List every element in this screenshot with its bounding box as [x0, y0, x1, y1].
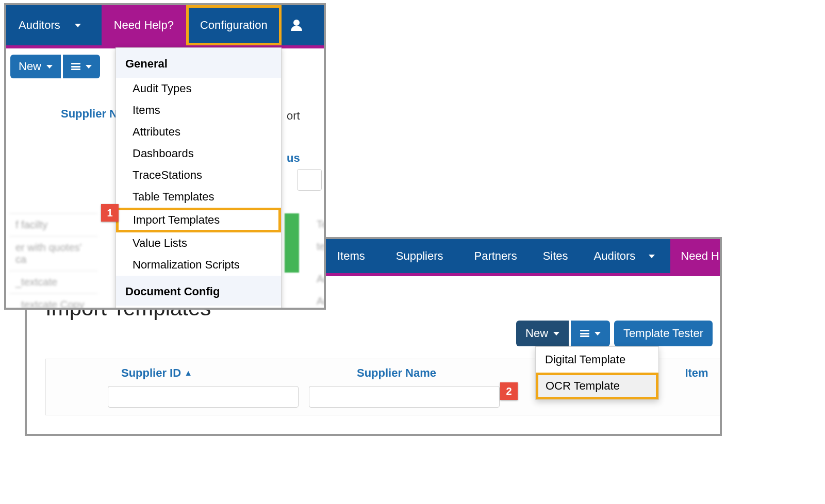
nav-suppliers[interactable]: Suppliers	[381, 239, 459, 273]
nav-auditors[interactable]: Auditors	[6, 5, 102, 45]
column-supplier-id-label: Supplier ID	[121, 366, 181, 379]
dropdown-section-general: General	[116, 48, 281, 78]
status-green-cells	[285, 213, 299, 273]
dd-ocr-template[interactable]: OCR Template	[536, 373, 658, 399]
nav-need-help-label: Need H	[681, 249, 719, 263]
nav-auditors[interactable]: Auditors	[579, 239, 671, 273]
nav-need-help[interactable]: Need H	[670, 239, 722, 273]
table-row: Ad	[310, 290, 326, 310]
table-row: _textcate	[9, 271, 98, 293]
nav-partners-label: Partners	[474, 249, 517, 263]
filter-status-peek[interactable]	[297, 169, 322, 191]
table-row: Ad	[310, 268, 326, 290]
caret-down-icon	[86, 65, 92, 69]
new-button[interactable]: New	[10, 55, 61, 78]
screenshot-panel-1: Auditors Need Help? Configuration New or…	[4, 3, 326, 310]
dd-table-templates[interactable]: Table Templates	[116, 186, 281, 208]
caret-down-icon	[46, 65, 53, 69]
list-actions-button[interactable]	[63, 55, 100, 78]
sort-asc-icon: ▲	[184, 368, 192, 377]
nav-need-help-label: Need Help?	[114, 19, 174, 32]
nav-sites-label: Sites	[543, 249, 568, 263]
nav-sites[interactable]: Sites	[533, 239, 579, 273]
nav-need-help[interactable]: Need Help?	[102, 5, 186, 45]
table-row: Tex	[310, 213, 326, 236]
toolbar-b: New Template Tester	[516, 321, 713, 346]
caret-down-icon	[649, 255, 655, 258]
table-row: _textcate Copy (1)	[9, 293, 98, 310]
nav-suppliers-label: Suppliers	[396, 249, 443, 263]
table-row: f facilty	[9, 213, 98, 236]
export-button-peek[interactable]: ort	[287, 109, 300, 123]
dd-tracestations[interactable]: TraceStations	[116, 164, 281, 186]
dropdown-section-document-config: Document Config	[116, 276, 281, 306]
dd-dashboards[interactable]: Dashboards	[116, 143, 281, 164]
hamburger-icon	[71, 63, 80, 70]
column-supplier-name[interactable]: Supplier Name	[273, 359, 520, 386]
table-row: er with quotes' ca	[9, 236, 98, 271]
filter-supplier-id[interactable]	[108, 386, 299, 408]
table-row: tex	[310, 236, 326, 258]
callout-1: 1	[101, 204, 119, 222]
top-nav-a: Auditors Need Help? Configuration	[6, 5, 324, 45]
blurred-rows-right: Tex tex Ad Ad	[310, 213, 326, 310]
template-tester-label: Template Tester	[623, 327, 703, 340]
dd-normalization-scripts[interactable]: Normalization Scripts	[116, 254, 281, 276]
caret-down-icon	[553, 332, 559, 335]
nav-user[interactable]	[282, 5, 311, 45]
dd-audit-types[interactable]: Audit Types	[116, 78, 281, 99]
blurred-rows-left: f facilty er with quotes' ca _textcate _…	[9, 213, 98, 310]
nav-items[interactable]: Items	[322, 239, 381, 273]
column-supplier-id[interactable]: Supplier ID ▲	[46, 359, 268, 386]
table-row	[310, 258, 326, 268]
nav-auditors-label: Auditors	[594, 249, 636, 263]
column-item-label: Item	[685, 366, 708, 379]
dd-import-templates[interactable]: Import Templates	[116, 208, 281, 232]
new-button-label: New	[525, 327, 548, 340]
nav-configuration-label: Configuration	[200, 19, 268, 32]
hamburger-icon	[580, 330, 589, 337]
caret-down-icon	[75, 24, 81, 27]
column-status-peek[interactable]: us	[287, 152, 300, 165]
nav-auditors-label: Auditors	[19, 19, 60, 32]
filter-supplier-name[interactable]	[309, 386, 500, 408]
template-tester-button[interactable]: Template Tester	[614, 321, 713, 346]
dd-digital-template[interactable]: Digital Template	[536, 347, 658, 373]
column-item[interactable]: Item	[673, 359, 720, 386]
configuration-dropdown: General Audit Types Items Attributes Das…	[116, 47, 282, 310]
callout-2: 2	[500, 382, 518, 400]
new-dropdown: Digital Template OCR Template	[535, 346, 659, 400]
list-actions-button[interactable]	[571, 321, 610, 346]
dd-items[interactable]: Items	[116, 99, 281, 121]
new-button[interactable]: New	[516, 321, 569, 346]
user-icon	[291, 20, 302, 31]
column-supplier-name-label: Supplier Name	[357, 366, 436, 379]
nav-configuration[interactable]: Configuration	[186, 5, 282, 45]
caret-down-icon	[595, 332, 601, 335]
dd-types[interactable]: Types	[116, 306, 281, 310]
nav-items-label: Items	[337, 249, 365, 263]
nav-partners[interactable]: Partners	[459, 239, 533, 273]
dd-value-lists[interactable]: Value Lists	[116, 232, 281, 254]
new-button-label: New	[19, 60, 41, 73]
dd-attributes[interactable]: Attributes	[116, 121, 281, 143]
